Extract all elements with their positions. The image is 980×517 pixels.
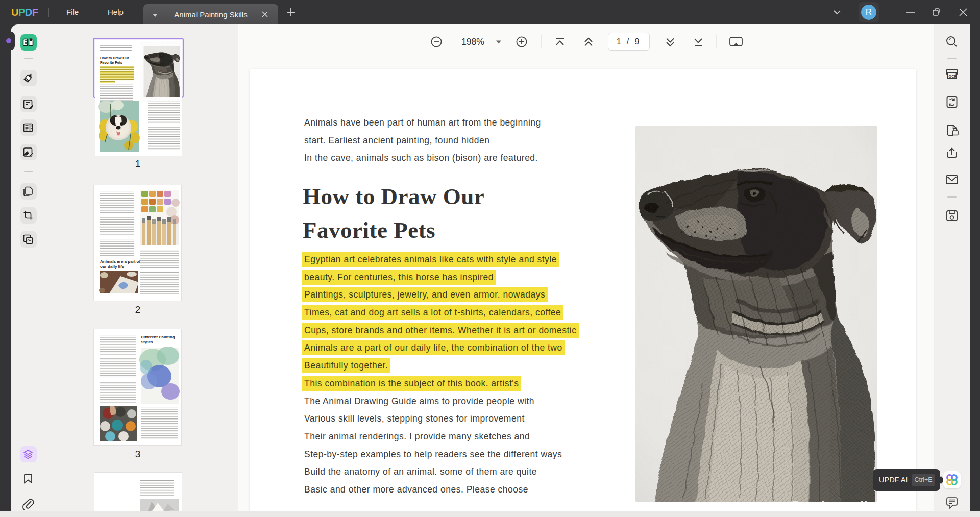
svg-text:our daily life: our daily life bbox=[100, 264, 125, 269]
svg-text:Favorite Pets: Favorite Pets bbox=[100, 61, 122, 64]
svg-text:OCR: OCR bbox=[949, 75, 957, 78]
svg-text:Different Painting: Different Painting bbox=[141, 335, 175, 339]
svg-text:How to Draw Our: How to Draw Our bbox=[100, 56, 129, 60]
svg-text:Styles: Styles bbox=[141, 340, 153, 344]
svg-text:198%: 198% bbox=[461, 37, 484, 47]
svg-text:Animals are a part of: Animals are a part of bbox=[100, 259, 140, 264]
